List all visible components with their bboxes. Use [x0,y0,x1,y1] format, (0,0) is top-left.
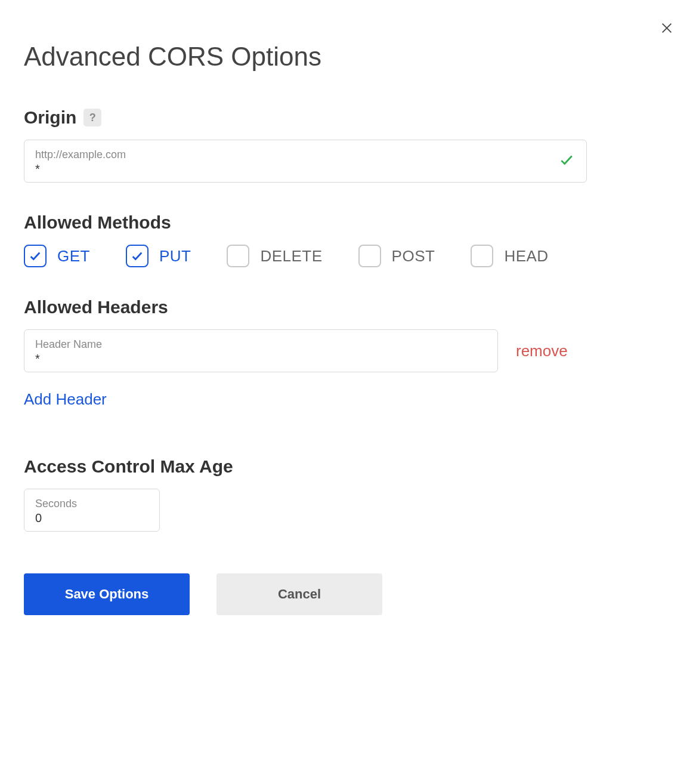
method-delete[interactable]: DELETE [227,245,322,267]
maxage-label: Access Control Max Age [24,456,675,477]
origin-label: Origin [24,107,76,128]
origin-placeholder: http://example.com [35,149,576,161]
button-row: Save Options Cancel [24,573,675,615]
methods-row: GETPUTDELETEPOSTHEAD [24,245,675,267]
method-label-post: POST [392,247,435,266]
method-put[interactable]: PUT [126,245,191,267]
origin-label-row: Origin ? [24,107,675,128]
header-row: Header Nameremove [24,329,675,372]
method-label-delete: DELETE [260,247,322,266]
valid-check-icon [559,152,574,170]
header-input[interactable] [35,352,487,366]
origin-input-wrap[interactable]: http://example.com [24,140,587,183]
page-title: Advanced CORS Options [24,42,675,72]
help-icon[interactable]: ? [83,109,101,126]
method-checkbox-post[interactable] [358,245,381,267]
add-header-link[interactable]: Add Header [24,390,107,409]
header-placeholder: Header Name [35,338,487,351]
method-checkbox-put[interactable] [126,245,149,267]
maxage-placeholder: Seconds [35,498,149,510]
method-checkbox-delete[interactable] [227,245,249,267]
method-checkbox-get[interactable] [24,245,47,267]
origin-section: Origin ? http://example.com [24,107,675,183]
method-checkbox-head[interactable] [471,245,493,267]
remove-header-link[interactable]: remove [516,342,568,360]
maxage-input-wrap[interactable]: Seconds [24,489,160,532]
cancel-button[interactable]: Cancel [216,573,382,615]
header-input-wrap[interactable]: Header Name [24,329,498,372]
origin-input[interactable] [35,162,576,176]
method-label-head: HEAD [504,247,548,266]
headers-section: Allowed Headers Header Nameremove Add He… [24,297,675,439]
close-icon [660,21,673,37]
method-label-get: GET [57,247,90,266]
headers-list: Header Nameremove [24,329,675,372]
method-get[interactable]: GET [24,245,90,267]
close-button[interactable] [658,21,675,38]
method-label-put: PUT [159,247,191,266]
maxage-input[interactable] [35,511,149,525]
method-post[interactable]: POST [358,245,435,267]
maxage-section: Access Control Max Age Seconds [24,456,675,532]
methods-label: Allowed Methods [24,212,675,233]
headers-label: Allowed Headers [24,297,675,317]
methods-section: Allowed Methods GETPUTDELETEPOSTHEAD [24,212,675,267]
save-button[interactable]: Save Options [24,573,190,615]
method-head[interactable]: HEAD [471,245,548,267]
